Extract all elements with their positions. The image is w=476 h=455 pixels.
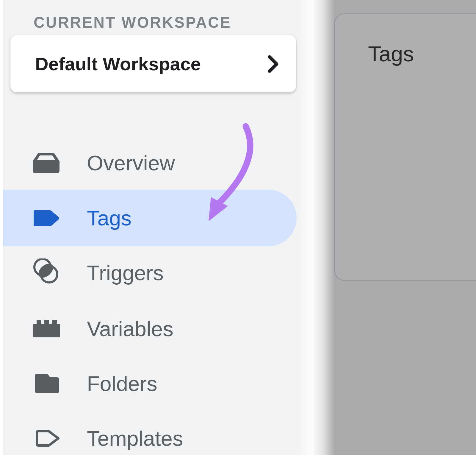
sidebar-item-label: Tags (87, 206, 131, 230)
sidebar-item-templates[interactable]: Templates (0, 410, 300, 455)
sidebar-item-tags[interactable]: Tags (0, 190, 300, 246)
current-workspace-label: CURRENT WORKSPACE (34, 14, 231, 31)
sidebar-item-folders[interactable]: Folders (0, 355, 300, 412)
sidebar-item-label: Templates (87, 426, 183, 451)
variables-brick-icon (33, 320, 60, 338)
folder-icon (35, 374, 59, 393)
workspace-name: Default Workspace (35, 53, 201, 74)
sidebar-item-label: Overview (87, 151, 175, 175)
sidebar-item-label: Folders (87, 372, 157, 396)
sidebar-item-label: Variables (87, 317, 173, 341)
workspace-selector-card[interactable]: Default Workspace (10, 35, 296, 92)
tags-panel-card: Tags (334, 13, 476, 281)
dimmed-main-area: Tags (298, 0, 476, 455)
tag-icon (33, 209, 60, 227)
gtm-sidebar-screenshot: CURRENT WORKSPACE Default Workspace Over… (0, 0, 476, 455)
sidebar-item-label: Triggers (87, 261, 164, 285)
sidebar-item-overview[interactable]: Overview (0, 135, 300, 191)
sidebar-item-variables[interactable]: Variables (0, 300, 300, 357)
sidebar-item-triggers[interactable]: Triggers (0, 244, 300, 301)
chevron-right-icon (267, 55, 279, 73)
tags-panel-title: Tags (368, 41, 414, 67)
overview-box-icon (32, 152, 60, 174)
triggers-venn-icon (33, 258, 62, 287)
template-label-icon (36, 430, 60, 447)
